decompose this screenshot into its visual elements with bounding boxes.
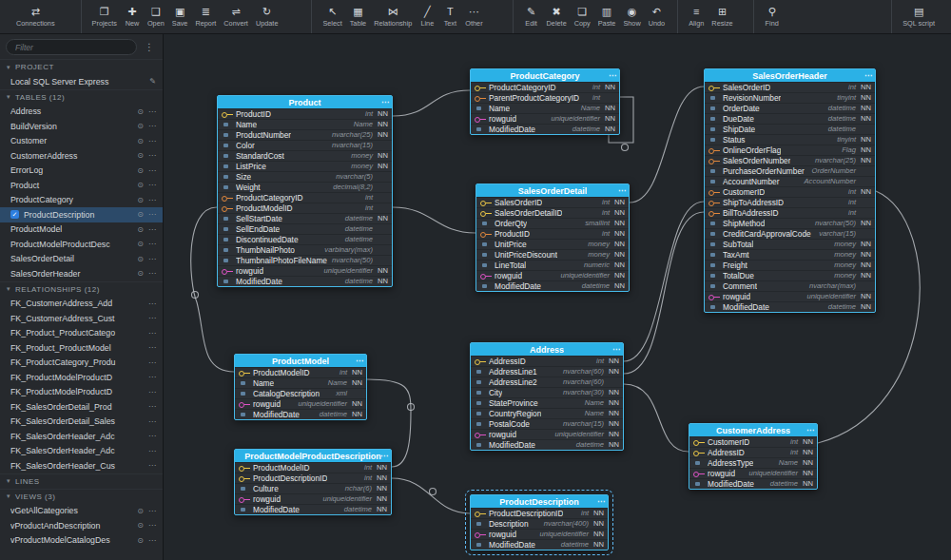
- column-row[interactable]: ProductIDintNN: [476, 228, 629, 239]
- column-row[interactable]: ListPricemoneyNN: [218, 161, 392, 171]
- column-row[interactable]: rowguiduniqueidentifierNN: [235, 493, 391, 504]
- sidebar-item-fk-salesorderheader-cus[interactable]: FK_SalesOrderHeader_Cus⋯: [0, 458, 163, 473]
- toolbar-button-line[interactable]: ╱Line: [416, 5, 438, 29]
- more-icon[interactable]: ⋯: [148, 137, 156, 145]
- toolbar-button-resize[interactable]: ⊞Resize: [708, 5, 736, 29]
- column-row[interactable]: AddressIDintNN: [689, 447, 817, 457]
- toolbar-button-save[interactable]: ▣Save: [168, 5, 192, 29]
- column-row[interactable]: CreditCardApprovalCodevarchar(15): [705, 228, 875, 239]
- more-icon[interactable]: ⋯: [148, 447, 156, 455]
- column-row[interactable]: BillToAddressIDint: [705, 207, 875, 218]
- column-row[interactable]: rowguiduniqueidentifierNN: [471, 529, 608, 539]
- column-row[interactable]: rowguiduniqueidentifierNN: [705, 291, 875, 301]
- more-icon[interactable]: ⋯: [148, 269, 156, 278]
- eye-icon[interactable]: ⊙: [137, 210, 144, 219]
- sidebar-item-productcategory[interactable]: ProductCategory⊙⋯: [0, 193, 163, 208]
- column-row[interactable]: ModifiedDatedatetimeNN: [235, 409, 366, 419]
- more-icon[interactable]: ⋯: [148, 402, 156, 411]
- column-row[interactable]: StateProvinceNameNN: [471, 397, 623, 408]
- section-header-tables[interactable]: ▾TABLES (12): [0, 89, 163, 105]
- column-row[interactable]: ShipMethodnvarchar(50)NN: [705, 218, 875, 228]
- column-row[interactable]: ModifiedDatedatetimeNN: [689, 478, 817, 489]
- sidebar-item-fk-productcategory-produ[interactable]: FK_ProductCategory_Produ⋯: [0, 356, 163, 371]
- sidebar-item-fk-salesorderdetail-prod[interactable]: FK_SalesOrderDetail_Prod⋯: [0, 399, 163, 415]
- section-header-project[interactable]: ▾PROJECT: [0, 59, 163, 74]
- column-row[interactable]: Culturenchar(6)NN: [235, 483, 391, 493]
- column-row[interactable]: ModifiedDatedatetimeNN: [471, 439, 623, 450]
- toolbar-button-update[interactable]: ↻Update: [252, 5, 282, 29]
- sidebar-item-errorlog[interactable]: ErrorLog⊙⋯: [0, 164, 163, 179]
- column-row[interactable]: rowguiduniqueidentifierNN: [471, 113, 619, 124]
- column-row[interactable]: StandardCostmoneyNN: [218, 150, 392, 161]
- column-row[interactable]: ProductDescriptionIDintNN: [471, 508, 608, 518]
- column-row[interactable]: UnitPricemoneyNN: [476, 239, 629, 249]
- column-row[interactable]: ProductDescriptionIDintNN: [235, 473, 391, 483]
- column-row[interactable]: ModifiedDatedatetimeNN: [705, 301, 875, 312]
- sidebar-item-salesorderdetail[interactable]: SalesOrderDetail⊙⋯: [0, 252, 163, 267]
- sidebar-item-fk-productmodelproductd[interactable]: FK_ProductModelProductD⋯: [0, 385, 163, 400]
- table-salesorderdetail[interactable]: SalesOrderDetail⋯SalesOrderIDintNNSalesO…: [476, 183, 630, 292]
- toolbar-button-select[interactable]: ↖Select: [319, 5, 345, 29]
- filter-menu-icon[interactable]: ⋮: [142, 42, 157, 52]
- toolbar-button-new[interactable]: ✚New: [121, 5, 144, 29]
- column-row[interactable]: SellEndDatedatetime: [218, 223, 392, 234]
- column-row[interactable]: ProductModelIDintNN: [235, 462, 391, 473]
- column-row[interactable]: rowguiduniqueidentifierNN: [471, 429, 623, 439]
- eye-icon[interactable]: ⊙: [137, 166, 144, 175]
- table-header[interactable]: Address⋯: [471, 343, 623, 356]
- more-icon[interactable]: ⋯: [148, 225, 156, 234]
- eye-icon[interactable]: ⊙: [137, 240, 144, 248]
- column-row[interactable]: PostalCodenvarchar(15)NN: [471, 418, 623, 429]
- sidebar-item-fk-salesorderheader-adc[interactable]: FK_SalesOrderHeader_Adc⋯: [0, 429, 163, 444]
- column-row[interactable]: NameNameNN: [235, 377, 366, 388]
- more-icon[interactable]: ⋯: [148, 388, 156, 396]
- column-row[interactable]: Descriptionnvarchar(400)NN: [471, 518, 608, 529]
- column-row[interactable]: CustomerIDintNN: [689, 436, 817, 447]
- sidebar-item-customer[interactable]: Customer⊙⋯: [0, 134, 163, 149]
- diagram-canvas[interactable]: Product⋯ProductIDintNNNameNameNNProductN…: [164, 34, 951, 560]
- column-row[interactable]: CountryRegionNameNN: [471, 408, 623, 418]
- column-row[interactable]: ShipDatedatetime: [705, 124, 875, 134]
- column-row[interactable]: ModifiedDatedatetimeNN: [471, 124, 619, 134]
- more-icon[interactable]: ⋯: [148, 255, 156, 263]
- section-header-views[interactable]: ▾VIEWS (3): [0, 489, 163, 504]
- table-menu-icon[interactable]: ⋯: [380, 450, 388, 462]
- more-icon[interactable]: ⋯: [148, 314, 156, 322]
- sidebar-item-fk-salesorderheader-adc[interactable]: FK_SalesOrderHeader_Adc⋯: [0, 444, 163, 459]
- toolbar-button-convert[interactable]: ⇌Convert: [220, 5, 252, 29]
- eye-icon[interactable]: ⊙: [137, 122, 144, 130]
- sidebar-item-fk-productmodelproductd[interactable]: FK_ProductModelProductD⋯: [0, 370, 163, 385]
- toolbar-button-delete[interactable]: ✖Delete: [543, 5, 571, 29]
- eye-icon[interactable]: ⊙: [137, 151, 144, 160]
- column-row[interactable]: RevisionNumbertinyintNN: [705, 92, 875, 103]
- table-menu-icon[interactable]: ⋯: [381, 96, 389, 108]
- table-header[interactable]: CustomerAddress⋯: [689, 424, 817, 436]
- table-address[interactable]: Address⋯AddressIDintNNAddressLine1nvarch…: [470, 342, 624, 451]
- sidebar-item-productdescription[interactable]: ✓ProductDescription⊙⋯: [0, 207, 163, 222]
- toolbar-button-open[interactable]: ❑Open: [144, 5, 168, 29]
- column-row[interactable]: AddressIDintNN: [471, 356, 623, 366]
- toolbar-button-report[interactable]: ≣Report: [191, 5, 220, 29]
- table-header[interactable]: SalesOrderHeader⋯: [705, 69, 875, 82]
- column-row[interactable]: NameNameNN: [471, 103, 619, 113]
- more-icon[interactable]: ⋯: [148, 181, 156, 189]
- relationship-line[interactable]: [630, 87, 704, 203]
- column-row[interactable]: SalesOrderNumbernvarchar(25)NN: [705, 155, 875, 165]
- column-row[interactable]: rowguiduniqueidentifierNN: [235, 398, 366, 409]
- table-header[interactable]: ProductDescription⋯: [471, 495, 608, 508]
- column-row[interactable]: AddressLine2nvarchar(60): [471, 377, 623, 387]
- more-icon[interactable]: ⋯: [148, 358, 156, 367]
- table-header[interactable]: SalesOrderDetail⋯: [476, 184, 629, 197]
- table-header[interactable]: ProductModelProductDescription⋯: [235, 450, 391, 462]
- toolbar-button-sql-script[interactable]: ▤SQL script: [899, 5, 939, 29]
- sidebar-item-customeraddress[interactable]: CustomerAddress⊙⋯: [0, 148, 163, 164]
- toolbar-button-table[interactable]: ▦Table: [346, 5, 370, 29]
- table-header[interactable]: ProductCategory⋯: [471, 69, 619, 82]
- column-row[interactable]: ProductNumbernvarchar(25)NN: [218, 129, 392, 140]
- sidebar-item-local-sql-server-express[interactable]: Local SQL Server Express✎: [0, 74, 163, 89]
- column-row[interactable]: SalesOrderIDintNN: [476, 197, 629, 207]
- column-row[interactable]: UnitPriceDiscountmoneyNN: [476, 249, 629, 260]
- column-row[interactable]: Sizenvarchar(5): [218, 171, 392, 182]
- column-row[interactable]: ThumbNailPhotovarbinary(max): [218, 244, 392, 255]
- eye-icon[interactable]: ⊙: [137, 196, 144, 204]
